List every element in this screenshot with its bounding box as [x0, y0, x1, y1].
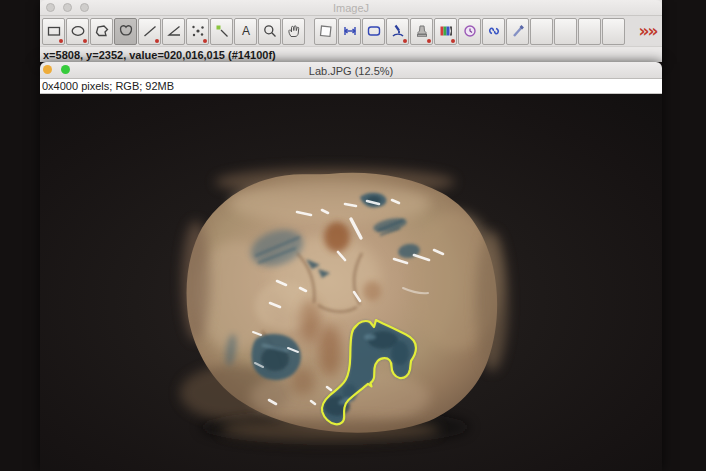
tool-point-icon[interactable]: [186, 18, 209, 45]
image-canvas[interactable]: [40, 94, 662, 471]
image-info-text: 0x4000 pixels; RGB; 92MB: [42, 80, 174, 92]
tool-clock-macro-icon[interactable]: [458, 18, 481, 45]
tool-hand-icon[interactable]: [282, 18, 305, 45]
tool-rectangle-icon[interactable]: [42, 18, 65, 45]
toolbar-empty-slot: [530, 18, 553, 45]
screenshot-root: ImageJ A»» x=5808, y=2352, value=020,016…: [0, 0, 706, 471]
imagej-status-bar: x=5808, y=2352, value=020,016,015 (#1410…: [40, 46, 662, 63]
toolbar-empty-slot: [554, 18, 577, 45]
imagej-titlebar[interactable]: ImageJ: [40, 0, 662, 16]
imagej-toolbar: A»»: [40, 16, 662, 46]
tool-pipette-macro-icon[interactable]: [506, 18, 529, 45]
tooth-photo[interactable]: [40, 94, 662, 471]
tool-submenu-dot: [403, 39, 407, 43]
tool-text-icon[interactable]: A: [234, 18, 257, 45]
toolbar-empty-slot: [578, 18, 601, 45]
tool-swirl-macro-icon[interactable]: [482, 18, 505, 45]
tool-oval-icon[interactable]: [66, 18, 89, 45]
svg-text:A: A: [241, 24, 249, 38]
tool-scale-macro-icon[interactable]: [338, 18, 361, 45]
image-window: Lab.JPG (12.5%) 0x4000 pixels; RGB; 92MB: [40, 62, 662, 471]
tool-line-icon[interactable]: [138, 18, 161, 45]
toolbar-empty-slot: [602, 18, 625, 45]
image-info-bar: 0x4000 pixels; RGB; 92MB: [40, 79, 662, 94]
imagej-window-title: ImageJ: [40, 1, 662, 15]
tool-submenu-dot: [83, 39, 87, 43]
tool-submenu-dot: [203, 39, 207, 43]
cursor-status-text: x=5808, y=2352, value=020,016,015 (#1410…: [43, 49, 276, 61]
image-window-title: Lab.JPG (12.5%): [40, 64, 662, 78]
tool-stamp-macro-icon[interactable]: [410, 18, 433, 45]
tool-submenu-dot: [451, 39, 455, 43]
imagej-main-window: ImageJ A»» x=5808, y=2352, value=020,016…: [40, 0, 662, 62]
tool-lut-macro-icon[interactable]: [434, 18, 457, 45]
tool-microscope-macro-icon[interactable]: [386, 18, 409, 45]
more-tools-button[interactable]: »»: [637, 19, 658, 44]
tool-polygon-icon[interactable]: [90, 18, 113, 45]
tool-submenu-dot: [155, 39, 159, 43]
tool-submenu-dot: [59, 39, 63, 43]
tool-rounded-rect-macro-icon[interactable]: [362, 18, 385, 45]
tool-freehand-icon[interactable]: [114, 18, 137, 45]
tool-color-picker-icon[interactable]: [314, 18, 337, 45]
image-window-titlebar[interactable]: Lab.JPG (12.5%): [40, 62, 662, 79]
tool-zoom-icon[interactable]: [258, 18, 281, 45]
tool-submenu-dot: [427, 39, 431, 43]
tool-wand-icon[interactable]: [210, 18, 233, 45]
tool-angle-icon[interactable]: [162, 18, 185, 45]
